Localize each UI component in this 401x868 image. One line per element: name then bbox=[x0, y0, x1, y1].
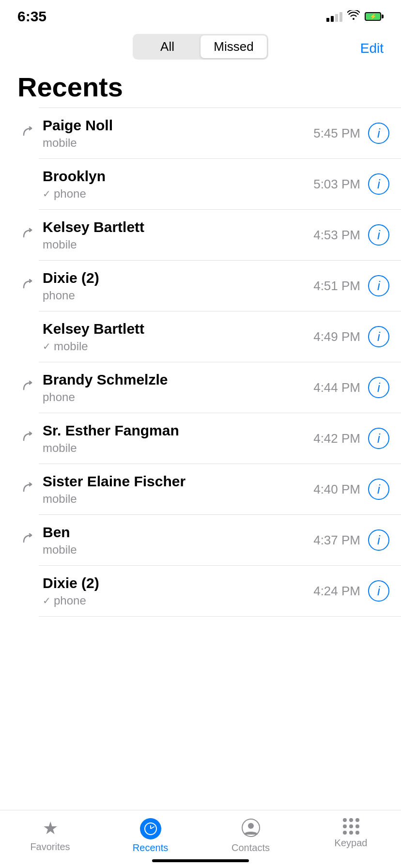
call-info[interactable]: Brandy Schmelzle phone bbox=[39, 371, 313, 404]
missed-call-icon bbox=[20, 429, 36, 449]
edit-button[interactable]: Edit bbox=[360, 41, 384, 56]
call-type-row: mobile bbox=[43, 441, 313, 455]
tab-contacts[interactable]: Contacts bbox=[217, 818, 285, 853]
recents-icon bbox=[140, 818, 161, 839]
call-type-row: ✓ phone bbox=[43, 187, 313, 201]
call-info[interactable]: Dixie (2) phone bbox=[39, 269, 313, 302]
call-type-icon bbox=[17, 480, 39, 499]
call-type-icon bbox=[17, 378, 39, 398]
call-type-text: phone bbox=[43, 390, 75, 404]
call-time: 4:49 PM bbox=[313, 329, 360, 344]
call-type-icon bbox=[17, 276, 39, 296]
call-time: 4:37 PM bbox=[313, 533, 360, 548]
home-indicator bbox=[152, 859, 249, 862]
call-time: 4:40 PM bbox=[313, 482, 360, 497]
missed-call-icon bbox=[20, 378, 36, 398]
call-row: Sr. Esther Fangman mobile 4:42 PM i bbox=[0, 413, 401, 464]
call-type-icon bbox=[17, 124, 39, 143]
contact-name: Paige Noll bbox=[43, 117, 313, 134]
call-type-text: phone bbox=[54, 594, 86, 607]
call-type-row: mobile bbox=[43, 136, 313, 150]
call-type-row: phone bbox=[43, 289, 313, 302]
info-button[interactable]: i bbox=[368, 377, 389, 398]
call-list: Paige Noll mobile 5:45 PM i bbox=[0, 108, 401, 617]
call-row: Brooklyn ✓ phone 5:03 PM i bbox=[0, 159, 401, 209]
call-row: Ben mobile 4:37 PM i bbox=[0, 515, 401, 565]
call-row: Sister Elaine Fischer mobile 4:40 PM i bbox=[0, 464, 401, 514]
call-info[interactable]: Kelsey Bartlett ✓ mobile bbox=[39, 320, 313, 353]
tab-keypad[interactable]: Keypad bbox=[317, 818, 385, 849]
status-bar: 6:35 ⚡ bbox=[0, 0, 401, 29]
wifi-icon bbox=[347, 10, 360, 23]
call-type-row: mobile bbox=[43, 492, 313, 506]
call-type-row: ✓ phone bbox=[43, 594, 313, 607]
status-time: 6:35 bbox=[17, 8, 46, 25]
contact-name: Brandy Schmelzle bbox=[43, 371, 313, 388]
call-item-5: Kelsey Bartlett ✓ mobile 4:49 PM i bbox=[0, 311, 401, 362]
call-info[interactable]: Kelsey Bartlett mobile bbox=[39, 218, 313, 251]
call-info[interactable]: Brooklyn ✓ phone bbox=[39, 168, 313, 201]
call-time: 4:51 PM bbox=[313, 279, 360, 294]
contacts-icon bbox=[241, 818, 261, 839]
call-info[interactable]: Paige Noll mobile bbox=[39, 117, 313, 150]
call-info[interactable]: Dixie (2) ✓ phone bbox=[39, 574, 313, 607]
info-button[interactable]: i bbox=[368, 275, 389, 296]
contact-name: Sister Elaine Fischer bbox=[43, 473, 313, 490]
call-meta: 4:40 PM i bbox=[313, 479, 401, 500]
row-divider bbox=[39, 616, 401, 617]
call-time: 5:45 PM bbox=[313, 126, 360, 141]
missed-call-icon bbox=[20, 276, 36, 296]
contact-name: Kelsey Bartlett bbox=[43, 218, 313, 236]
call-type-row: mobile bbox=[43, 238, 313, 251]
call-item-7: Sr. Esther Fangman mobile 4:42 PM i bbox=[0, 413, 401, 464]
keypad-icon bbox=[343, 818, 359, 835]
call-type-icon bbox=[17, 429, 39, 449]
tab-recents[interactable]: Recents bbox=[117, 818, 185, 853]
all-tab[interactable]: All bbox=[134, 35, 200, 58]
contact-name: Dixie (2) bbox=[43, 269, 313, 287]
call-item-8: Sister Elaine Fischer mobile 4:40 PM i bbox=[0, 464, 401, 515]
info-button[interactable]: i bbox=[368, 326, 389, 347]
call-type-text: mobile bbox=[43, 238, 77, 251]
call-time: 4:24 PM bbox=[313, 584, 360, 599]
call-info[interactable]: Ben mobile bbox=[39, 524, 313, 557]
info-button[interactable]: i bbox=[368, 224, 389, 246]
call-type-text: mobile bbox=[43, 492, 77, 506]
tab-favorites[interactable]: ★ Favorites bbox=[16, 818, 84, 852]
call-time: 5:03 PM bbox=[313, 177, 360, 192]
call-meta: 5:45 PM i bbox=[313, 123, 401, 144]
call-item-6: Brandy Schmelzle phone 4:44 PM i bbox=[0, 362, 401, 413]
call-meta: 4:24 PM i bbox=[313, 580, 401, 602]
call-info[interactable]: Sr. Esther Fangman mobile bbox=[39, 422, 313, 455]
info-button[interactable]: i bbox=[368, 580, 389, 602]
call-type-text: mobile bbox=[43, 136, 77, 150]
missed-call-icon bbox=[20, 225, 36, 245]
call-item-4: Dixie (2) phone 4:51 PM i bbox=[0, 261, 401, 311]
svg-point-1 bbox=[248, 823, 254, 829]
call-time: 4:44 PM bbox=[313, 380, 360, 395]
call-type-icon bbox=[17, 530, 39, 550]
call-type-text: phone bbox=[54, 187, 86, 201]
call-info[interactable]: Sister Elaine Fischer mobile bbox=[39, 473, 313, 506]
call-time: 4:42 PM bbox=[313, 431, 360, 446]
call-type-row: mobile bbox=[43, 543, 313, 557]
call-row: Kelsey Bartlett mobile 4:53 PM i bbox=[0, 210, 401, 260]
call-row: Brandy Schmelzle phone 4:44 PM i bbox=[0, 362, 401, 413]
keypad-label: Keypad bbox=[335, 837, 368, 849]
call-meta: 4:51 PM i bbox=[313, 275, 401, 296]
call-item-10: Dixie (2) ✓ phone 4:24 PM i bbox=[0, 566, 401, 617]
status-icons: ⚡ bbox=[326, 10, 384, 23]
filter-bar: All Missed Edit bbox=[0, 29, 401, 67]
info-button[interactable]: i bbox=[368, 479, 389, 500]
info-button[interactable]: i bbox=[368, 173, 389, 195]
segment-control: All Missed bbox=[133, 34, 268, 60]
info-button[interactable]: i bbox=[368, 428, 389, 449]
missed-tab[interactable]: Missed bbox=[200, 35, 267, 58]
info-button[interactable]: i bbox=[368, 529, 389, 551]
call-type-icon bbox=[17, 225, 39, 245]
contact-name: Dixie (2) bbox=[43, 574, 313, 592]
info-button[interactable]: i bbox=[368, 123, 389, 144]
call-type-row: phone bbox=[43, 390, 313, 404]
missed-call-icon bbox=[20, 530, 36, 550]
call-meta: 4:53 PM i bbox=[313, 224, 401, 246]
